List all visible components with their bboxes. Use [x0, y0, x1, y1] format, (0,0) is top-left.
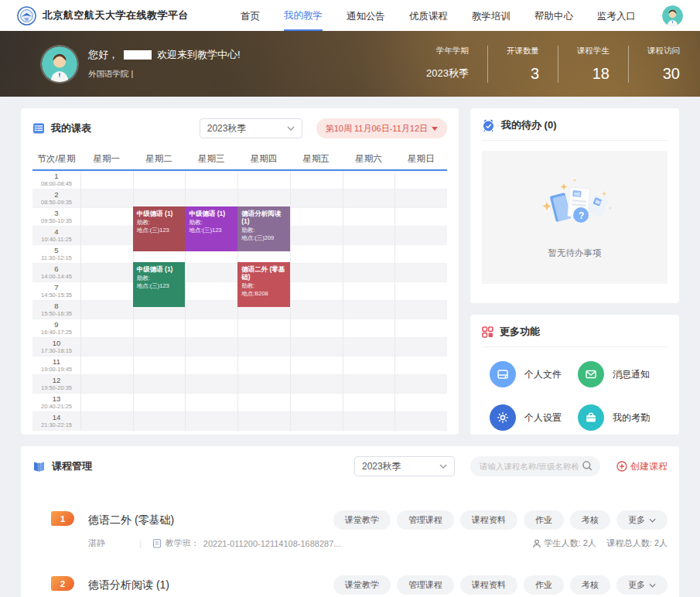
gear-icon [497, 411, 509, 424]
homework-button[interactable]: 作业 [524, 510, 564, 530]
grid-icon [482, 326, 493, 338]
timetable-term-select[interactable]: 2023秋季 [200, 118, 302, 138]
week-selector-pill[interactable]: 第10周 11月06日-11月12日 [316, 118, 447, 138]
course-total-count: 课程总人数: 2人 [607, 537, 668, 549]
greeting-suffix: 欢迎来到教学中心! [157, 48, 241, 62]
course-materials-button[interactable]: 课程资料 [460, 510, 517, 530]
todo-empty-text: 暂无待办事项 [548, 247, 602, 259]
svg-text:?: ? [579, 210, 584, 221]
chevron-down-icon [649, 583, 656, 588]
nav-item-proctor-entry[interactable]: 监考入口 [597, 2, 636, 30]
welcome-banner: 您好， 欢迎来到教学中心! 外国语学院 | 学年学期 2023秋季 开课数量 3… [0, 31, 700, 97]
timetable-card: 我的课表 2023秋季 第10周 11月06日-11月12日 节次/星期 星期一… [21, 108, 459, 435]
course-teacher: 湛静 [88, 537, 128, 549]
classroom-teaching-button[interactable]: 课堂教学 [333, 575, 391, 595]
search-icon[interactable] [582, 460, 593, 472]
nav-item-help-center[interactable]: 帮助中心 [534, 2, 573, 30]
alarm-clock-icon [482, 119, 495, 132]
manage-course-button[interactable]: 管理课程 [397, 510, 454, 530]
welcome-text-block: 您好， 欢迎来到教学中心! 外国语学院 | [88, 48, 241, 80]
more-item-personal-files[interactable]: 个人文件 [490, 361, 572, 387]
more-functions-card: 更多功能 个人文件 [470, 315, 679, 435]
mail-icon [585, 368, 597, 380]
nav-item-quality-courses[interactable]: 优质课程 [409, 2, 448, 30]
stat-courses-open: 开课数量 3 [487, 46, 539, 83]
chevron-down-icon [439, 464, 447, 469]
course-materials-button[interactable]: 课程资料 [460, 575, 517, 595]
empty-docs-illustration: H1 W ? [524, 176, 626, 237]
todo-title: 我的待办 (0) [501, 118, 557, 132]
divider: | [139, 539, 142, 548]
nav-item-training[interactable]: 教学培训 [472, 2, 510, 30]
timetable-row: 108:00-08:45 [32, 171, 447, 189]
timetable-row: 1119:00-19:45 [32, 356, 447, 375]
homework-button[interactable]: 作业 [524, 575, 564, 595]
more-item-notifications[interactable]: 消息通知 [578, 361, 660, 387]
books-icon [32, 461, 46, 472]
timetable-event[interactable]: 中级德语 (1) 助教: 地点:(三)123 [133, 206, 186, 251]
more-actions-button[interactable]: 更多 [616, 510, 668, 530]
stat-course-visits: 课程访问 30 [628, 46, 680, 83]
timetable-event[interactable]: 中级德语 (1) 助教: 地点:(三)123 [185, 206, 237, 251]
course-index-badge: 2 [51, 576, 74, 591]
timetable-title: 我的课表 [51, 121, 91, 135]
timetable-row: 1320:40-21:25 [32, 394, 447, 412]
timetable-header-row: 节次/星期 星期一 星期二 星期三 星期四 星期五 星期六 星期日 [32, 148, 447, 171]
top-navbar: 北京航空航天大学在线教学平台 首页 我的教学 通知公告 优质课程 教学培训 帮助… [0, 0, 700, 31]
todo-empty-state: H1 W ? 暂无待 [482, 151, 668, 284]
more-functions-title: 更多功能 [500, 325, 540, 339]
document-icon [152, 538, 162, 548]
chevron-down-icon [287, 126, 295, 131]
timetable-event[interactable]: 德语二外 (零基础) 助教: 地点:B208 [237, 262, 290, 307]
todo-card: 我的待办 (0) H1 [470, 108, 679, 303]
greeting-prefix: 您好， [88, 48, 118, 62]
user-avatar[interactable] [662, 5, 683, 26]
course-search-input[interactable] [470, 456, 600, 476]
timetable-row: 208:50-09:35 [32, 189, 447, 208]
stat-course-students: 课程学生 18 [558, 46, 610, 83]
plus-circle-icon [616, 461, 627, 472]
more-actions-button[interactable]: 更多 [616, 575, 668, 595]
nav-item-home[interactable]: 首页 [241, 2, 260, 30]
timetable-row: 1421:30-22:15 [32, 412, 447, 431]
assessment-button[interactable]: 考核 [570, 575, 610, 595]
university-logo-icon [17, 6, 36, 26]
course-management-card: 课程管理 2023秋季 创建课程 1 德语二外 (零基础) [21, 446, 679, 597]
manage-course-button[interactable]: 管理课程 [397, 575, 454, 595]
files-icon [497, 368, 509, 380]
more-item-settings[interactable]: 个人设置 [490, 404, 572, 431]
courses-term-select[interactable]: 2023秋季 [354, 456, 455, 476]
course-row: 1 德语二外 (零基础) 课堂教学 管理课程 课程资料 作业 考核 更多 湛静 … [32, 510, 668, 549]
banner-avatar [42, 46, 77, 82]
timetable-row: 1017:30-18:15 [32, 338, 447, 356]
timetable-grid: 108:00-08:45 208:50-09:35 309:50-10:35 4… [32, 171, 447, 431]
nav-menu: 首页 我的教学 通知公告 优质课程 教学培训 帮助中心 监考入口 [241, 1, 636, 31]
student-count: 学生人数: 2人 [532, 537, 596, 549]
teaching-class-info: 教学班： 20221-011200-12114108-1688287... [152, 537, 341, 549]
teaching-class-code: 20221-011200-12114108-1688287... [203, 539, 341, 548]
course-management-title: 课程管理 [52, 459, 92, 473]
svg-text:H1: H1 [574, 192, 581, 197]
calendar-icon [32, 122, 45, 135]
more-item-attendance[interactable]: 我的考勤 [578, 404, 660, 431]
nav-item-my-teaching[interactable]: 我的教学 [284, 1, 323, 31]
caret-down-icon [432, 127, 438, 131]
timetable-event[interactable]: 德语分析阅读 (1) 助教: 地点:(三)209 [237, 206, 290, 251]
course-title[interactable]: 德语分析阅读 (1) [88, 578, 169, 592]
brand-title: 北京航空航天大学在线教学平台 [43, 9, 189, 22]
create-course-button[interactable]: 创建课程 [616, 460, 668, 473]
course-index-badge: 1 [51, 511, 74, 526]
timetable-row: 916:40-17:25 [32, 319, 447, 338]
department-label: 外国语学院 | [88, 69, 241, 80]
classroom-teaching-button[interactable]: 课堂教学 [333, 510, 391, 530]
timetable-row: 1219:50-20:35 [32, 375, 447, 394]
timetable-event[interactable]: 中级德语 (1) 助教: 地点:(三)123 [133, 262, 186, 307]
course-title[interactable]: 德语二外 (零基础) [88, 513, 174, 527]
assessment-button[interactable]: 考核 [570, 510, 610, 530]
course-row: 2 德语分析阅读 (1) 课堂教学 管理课程 课程资料 作业 考核 更多 湛静 … [32, 575, 668, 597]
briefcase-icon [585, 411, 597, 424]
person-icon [532, 539, 541, 548]
nav-item-announcements[interactable]: 通知公告 [347, 2, 385, 30]
stat-term: 学年学期 2023秋季 [408, 46, 469, 83]
chevron-down-icon [649, 518, 656, 523]
